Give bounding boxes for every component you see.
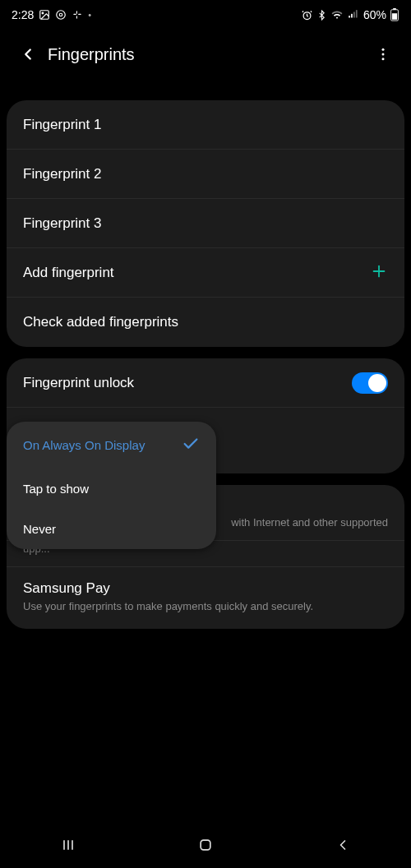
battery-icon [390, 8, 399, 21]
add-fingerprint-row[interactable]: Add fingerprint [7, 248, 404, 298]
svg-point-2 [57, 11, 66, 20]
status-bar: 2:28 • 60% [0, 0, 411, 30]
samsung-pay-sub: Use your fingerprints to make payments q… [23, 600, 388, 612]
wifi-icon [330, 9, 344, 21]
svg-rect-12 [356, 10, 358, 17]
fingerprint-row-2[interactable]: Fingerprint 2 [7, 150, 404, 199]
status-right: 60% [301, 8, 399, 21]
more-menu-button[interactable] [367, 38, 399, 71]
svg-point-18 [382, 58, 385, 60]
back-button[interactable] [12, 38, 44, 71]
camera-round-icon [55, 9, 67, 21]
toggle-knob [368, 374, 386, 392]
popup-option-label: Never [23, 522, 56, 536]
header: Fingerprints [0, 30, 411, 79]
svg-rect-10 [351, 14, 353, 18]
samsung-pay-title: Samsung Pay [23, 580, 388, 597]
popup-option-never[interactable]: Never [7, 509, 216, 549]
show-icon-popup: On Always On Display Tap to show Never [7, 422, 216, 549]
popup-option-label: Tap to show [23, 482, 89, 496]
fingerprint-label: Fingerprint 1 [23, 117, 388, 133]
fingerprint-row-1[interactable]: Fingerprint 1 [7, 100, 404, 150]
svg-point-16 [382, 48, 385, 51]
recents-button[interactable] [44, 829, 93, 861]
slack-icon [72, 9, 83, 21]
image-icon [39, 9, 50, 21]
plus-icon [370, 262, 388, 284]
fingerprints-card: Fingerprint 1 Fingerprint 2 Fingerprint … [7, 100, 404, 347]
bluetooth-icon [316, 9, 327, 21]
svg-rect-11 [353, 12, 355, 18]
add-fingerprint-label: Add fingerprint [23, 265, 370, 281]
alarm-icon [301, 9, 313, 21]
svg-rect-6 [76, 11, 77, 14]
svg-point-1 [42, 12, 44, 14]
home-button[interactable] [181, 829, 230, 861]
nav-back-button[interactable] [318, 829, 367, 861]
popup-option-tap[interactable]: Tap to show [7, 469, 216, 509]
svg-rect-7 [76, 16, 77, 19]
svg-point-17 [382, 53, 385, 56]
fingerprint-label: Fingerprint 2 [23, 166, 388, 182]
fingerprint-unlock-label: Fingerprint unlock [23, 375, 352, 391]
check-icon [182, 435, 200, 455]
svg-rect-9 [349, 16, 350, 17]
status-time: 2:28 [12, 8, 34, 21]
fingerprint-row-3[interactable]: Fingerprint 3 [7, 199, 404, 248]
popup-option-label: On Always On Display [23, 438, 145, 452]
fingerprint-label: Fingerprint 3 [23, 215, 388, 232]
svg-rect-15 [392, 13, 397, 20]
svg-rect-14 [393, 8, 396, 10]
signal-icon [347, 9, 360, 21]
unlock-toggle[interactable] [352, 372, 388, 394]
fingerprint-unlock-row[interactable]: Fingerprint unlock [7, 358, 404, 408]
svg-rect-24 [201, 840, 210, 850]
svg-rect-4 [74, 14, 77, 15]
check-fingerprints-row[interactable]: Check added fingerprints [7, 298, 404, 347]
battery-percent: 60% [363, 8, 386, 21]
navigation-bar [0, 822, 411, 868]
check-fingerprints-label: Check added fingerprints [23, 314, 388, 330]
svg-rect-5 [78, 14, 81, 15]
samsung-pay-row[interactable]: Samsung Pay Use your fingerprints to mak… [7, 566, 404, 629]
svg-point-3 [60, 13, 63, 16]
dot-icon: • [88, 10, 91, 20]
popup-option-always[interactable]: On Always On Display [7, 422, 216, 469]
page-title: Fingerprints [48, 45, 367, 64]
status-left: 2:28 • [12, 8, 91, 21]
